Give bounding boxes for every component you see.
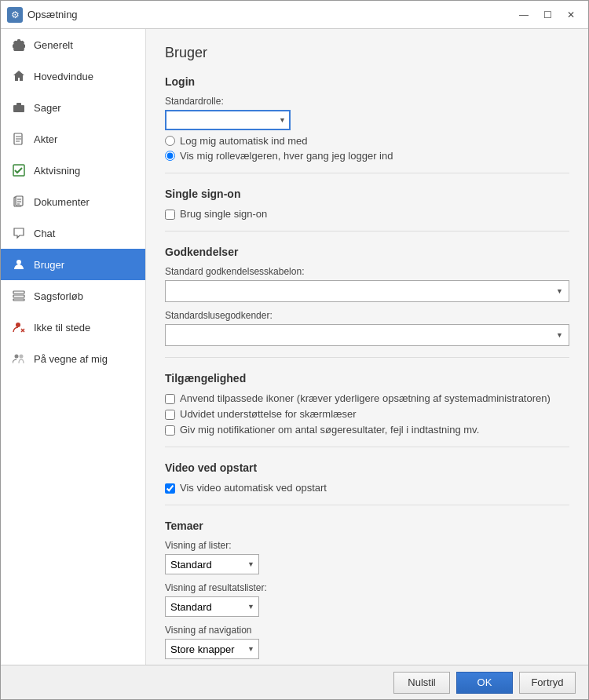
ok-button[interactable]: OK	[456, 672, 513, 694]
visning-lister-label: Visning af lister:	[165, 540, 569, 551]
sso-section: Single sign-on Brug single sign-on	[165, 188, 569, 220]
app-icon: ⚙	[7, 7, 23, 23]
sidebar-label-aktvisning: Aktvisning	[34, 165, 80, 177]
sso-checkbox-label: Brug single sign-on	[180, 208, 267, 220]
nulstil-button[interactable]: Nulstil	[393, 672, 450, 694]
svg-point-9	[16, 323, 20, 327]
tilg-checkbox3-label: Giv mig notifikationer om antal søgeresu…	[180, 424, 479, 436]
godkendelser-section: Godkendelser Standard godkendelsesskabel…	[165, 246, 569, 346]
sidebar-item-chat[interactable]: Chat	[1, 217, 145, 249]
sidebar-item-bruger[interactable]: Bruger	[1, 249, 145, 280]
person-away-icon	[10, 319, 27, 336]
sidebar-item-sager[interactable]: Sager	[1, 92, 145, 123]
kabelon-label: Standard godkendelsesskabelon:	[165, 266, 569, 277]
sso-checkbox-item[interactable]: Brug single sign-on	[165, 208, 569, 220]
svg-point-10	[15, 355, 19, 359]
delegate-icon	[10, 350, 27, 367]
close-button[interactable]: ✕	[560, 5, 582, 24]
video-checkbox-label: Vis video automatisk ved opstart	[180, 482, 327, 494]
tilg-checkbox2-item[interactable]: Udvidet understøttelse for skærmlæser	[165, 408, 569, 420]
minimize-button[interactable]: —	[513, 5, 535, 24]
page-title: Bruger	[165, 45, 569, 61]
tilg-checkbox2[interactable]	[165, 410, 175, 420]
radio-show-label: Vis mig rollevælgeren, hver gang jeg log…	[180, 150, 393, 162]
video-section: Video ved opstart Vis video automatisk v…	[165, 461, 569, 494]
document-icon	[10, 130, 27, 148]
list-icon	[10, 287, 27, 304]
tilg-checkbox1[interactable]	[165, 394, 175, 404]
sidebar-label-generelt: Generelt	[34, 39, 73, 51]
maximize-button[interactable]: ☐	[536, 5, 558, 24]
radio-auto-input[interactable]	[165, 136, 175, 146]
svg-rect-6	[13, 291, 24, 293]
radio-show-input[interactable]	[165, 151, 175, 161]
visning-nav-label: Visning af navigation	[165, 625, 569, 636]
svg-point-5	[16, 260, 21, 264]
radio-show-item[interactable]: Vis mig rollevælgeren, hver gang jeg log…	[165, 150, 569, 162]
standardrolle-wrapper	[165, 110, 291, 130]
godkendelser-title: Godkendelser	[165, 246, 569, 258]
visning-lister-select[interactable]: Standard	[165, 554, 259, 574]
sidebar-item-ikke-til-stede[interactable]: Ikke til stede	[1, 312, 145, 343]
settings-window: ⚙ Opsætning — ☐ ✕ Generelt	[0, 0, 589, 700]
login-section: Login Standardrolle: Log mig automatisk …	[165, 75, 569, 162]
sidebar-label-akter: Akter	[34, 133, 57, 145]
window-title: Opsætning	[27, 9, 513, 20]
window-controls: — ☐ ✕	[513, 5, 582, 24]
gear-icon	[10, 36, 27, 53]
sidebar-item-aktvisning[interactable]: Aktvisning	[1, 155, 145, 186]
sidebar-item-akter[interactable]: Akter	[1, 123, 145, 155]
briefcase-icon	[10, 99, 27, 116]
radio-auto-item[interactable]: Log mig automatisk ind med	[165, 135, 569, 147]
kabelon-select[interactable]	[165, 280, 569, 302]
sidebar-item-generelt[interactable]: Generelt	[1, 29, 145, 60]
standardrolle-label: Standardrolle:	[165, 96, 569, 107]
sidebar-item-paa-vegne-af-mig[interactable]: På vegne af mig	[1, 343, 145, 374]
separator-5	[165, 505, 569, 505]
tilg-checkbox3-item[interactable]: Giv mig notifikationer om antal søgeresu…	[165, 424, 569, 436]
video-checkbox[interactable]	[165, 483, 175, 494]
kabelon-wrapper	[165, 280, 569, 302]
video-checkbox-item[interactable]: Vis video automatisk ved opstart	[165, 482, 569, 494]
sidebar-label-sager: Sager	[34, 102, 61, 114]
sidebar-label-dokumenter: Dokumenter	[34, 196, 90, 208]
visning-nav-wrapper: Store knapper Små knapper Standard	[165, 639, 259, 659]
tilg-checkbox1-item[interactable]: Anvend tilpassede ikoner (kræver yderlig…	[165, 392, 569, 404]
sidebar-label-sagsforloeb: Sagsforløb	[34, 290, 83, 302]
tilgaengelighed-section: Tilgængelighed Anvend tilpassede ikoner …	[165, 372, 569, 436]
sidebar-label-ikke-til-stede: Ikke til stede	[34, 322, 90, 334]
temaer-section: Temaer Visning af lister: Standard Visni…	[165, 520, 569, 659]
house-icon	[10, 67, 27, 85]
sidebar-item-hovedvindue[interactable]: Hovedvindue	[1, 60, 145, 92]
sso-checkbox[interactable]	[165, 210, 175, 220]
separator-3	[165, 357, 569, 358]
person-icon	[10, 256, 27, 273]
standardrolle-select[interactable]	[165, 110, 291, 130]
sidebar: Generelt Hovedvindue Sager	[1, 29, 146, 665]
visning-resultat-select[interactable]: Standard	[165, 596, 259, 617]
svg-rect-8	[13, 299, 24, 301]
tilg-checkbox3[interactable]	[165, 425, 175, 436]
chat-icon	[10, 224, 27, 242]
godkender-wrapper	[165, 324, 569, 346]
bottom-bar: Nulstil OK Fortryd	[1, 665, 588, 699]
tilg-checkbox2-label: Udvidet understøttelse for skærmlæser	[180, 408, 357, 420]
sidebar-label-chat: Chat	[34, 228, 55, 239]
tilg-checkbox1-label: Anvend tilpassede ikoner (kræver yderlig…	[180, 392, 551, 404]
svg-rect-0	[13, 105, 24, 112]
tilgaengelighed-title: Tilgængelighed	[165, 372, 569, 385]
godkender-label: Standardslusegodkender:	[165, 310, 569, 321]
sidebar-item-sagsforloeb[interactable]: Sagsforløb	[1, 280, 145, 312]
separator-4	[165, 447, 569, 447]
separator-1	[165, 173, 569, 173]
content-area: Generelt Hovedvindue Sager	[1, 29, 588, 665]
fortryd-button[interactable]: Fortryd	[519, 672, 576, 694]
visning-lister-wrapper: Standard	[165, 554, 259, 574]
godkender-select[interactable]	[165, 324, 569, 346]
sidebar-item-dokumenter[interactable]: Dokumenter	[1, 186, 145, 217]
visning-resultat-label: Visning af resultatslister:	[165, 582, 569, 593]
documents-icon	[10, 193, 27, 210]
checkmark-icon	[10, 162, 27, 179]
visning-nav-select[interactable]: Store knapper Små knapper Standard	[165, 639, 259, 659]
sidebar-label-hovedvindue: Hovedvindue	[34, 71, 93, 82]
